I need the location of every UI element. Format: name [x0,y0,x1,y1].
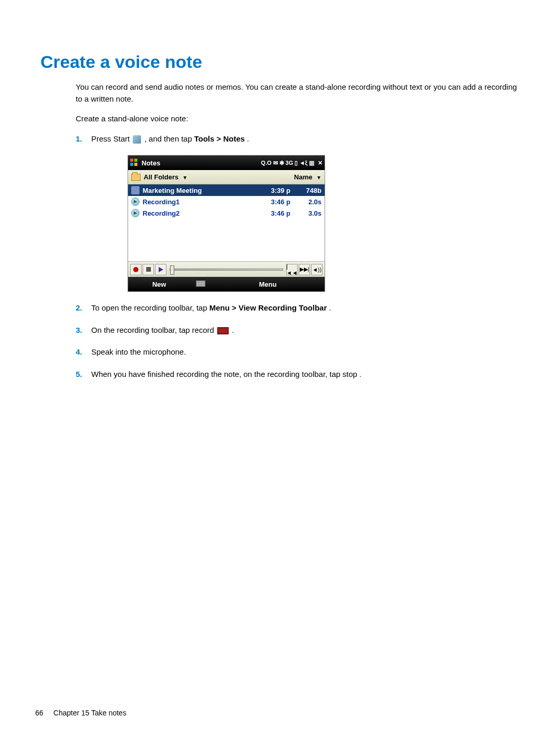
list-item[interactable]: Recording2 3:46 p 3.0s [128,207,325,219]
notes-list: Marketing Meeting 3:39 p 748b Recording1… [128,185,325,261]
step-3: 3. On the recording toolbar, tap record … [76,325,520,336]
stop-square-icon [146,267,151,272]
step-4: 4. Speak into the microphone. [76,346,520,358]
note-size: 3.0s [290,209,321,217]
notes-app-screenshot: Notes Q.O ✉ ✱ 3G ▯ ◄ξ ▥ ✕ All Folders ▼ [128,155,325,292]
step-number: 5. [76,369,91,381]
skip-prev-icon: |◄◄ [286,263,298,276]
chevron-down-icon: ▼ [183,175,188,180]
keyboard-icon [196,280,205,287]
message-icon[interactable]: ✉ [273,160,278,166]
text-frag: On the recording toolbar, tap record [91,326,216,334]
list-item[interactable]: Recording1 3:46 p 2.0s [128,196,325,207]
start-icon [133,135,141,144]
sort-dropdown[interactable]: Name ▼ [294,173,321,181]
volume-button[interactable]: ◄)) [311,264,323,275]
step-text: When you have finished recording the not… [91,369,520,381]
step-text: Press Start , and then tap Tools > Notes… [91,133,520,145]
qo-icon: Q.O [261,160,271,166]
step-5: 5. When you have finished recording the … [76,369,520,381]
note-time: 3:46 p [254,209,290,217]
playback-slider[interactable] [170,269,283,271]
record-button[interactable] [130,264,142,275]
text-frag: Press Start [91,134,132,143]
note-size: 2.0s [290,198,321,206]
bluetooth-icon[interactable]: ✱ [279,160,284,166]
step-text: To open the recording toolbar, tap Menu … [91,302,520,314]
signal-icon: ▯ [295,160,298,166]
menu-button[interactable]: Menu [211,280,325,288]
volume-icon: ◄)) [312,266,321,273]
page-number: 66 [35,709,44,717]
step-2: 2. To open the recording toolbar, tap Me… [76,302,520,314]
bottom-menubar: New Menu [128,277,325,291]
page-heading: Create a voice note [40,52,520,72]
step-number: 1. [76,133,91,145]
note-icon [131,186,139,194]
note-name: Recording2 [143,209,254,217]
chevron-down-icon: ▼ [316,175,321,180]
note-name: Recording1 [143,198,254,206]
step-number: 2. [76,302,91,314]
text-frag: To open the recording toolbar, tap [91,303,209,312]
bold-text: Tools > Notes [194,134,245,143]
chapter-label: Chapter 15 Take notes [53,709,127,717]
slider-thumb[interactable] [170,265,174,275]
prev-button[interactable]: |◄◄ [286,264,298,275]
step-1: 1. Press Start , and then tap Tools > No… [76,133,520,145]
step-number: 4. [76,346,91,358]
status-icons: Q.O ✉ ✱ 3G ▯ ◄ξ ▥ ✕ [261,160,323,166]
app-title: Notes [142,159,261,167]
note-time: 3:39 p [254,187,290,194]
page-footer: 66 Chapter 15 Take notes [35,709,127,717]
windows-flag-icon[interactable] [130,159,138,167]
intro-paragraph: You can record and send audio notes or m… [76,81,520,105]
step-text: Speak into the microphone. [91,346,520,358]
step-number: 3. [76,325,91,336]
audio-icon [131,209,139,217]
text-frag: . [329,303,331,312]
step-text: On the recording toolbar, tap record . [91,325,520,336]
keyboard-button[interactable] [190,280,211,288]
threeg-icon: 3G [286,160,293,166]
vibrate-icon[interactable]: ◄ξ [299,160,307,166]
stop-button[interactable] [143,264,154,275]
note-time: 3:46 p [254,198,290,206]
folder-sort-bar: All Folders ▼ Name ▼ [128,170,325,185]
record-icon [217,327,229,334]
skip-next-icon: ▶▶| [300,266,310,273]
bold-text: Menu > View Recording Toolbar [209,303,327,312]
next-button[interactable]: ▶▶| [299,264,310,275]
play-button[interactable] [155,264,166,275]
recording-toolbar: |◄◄ ▶▶| ◄)) [128,261,325,277]
folder-icon [131,174,141,181]
audio-icon [131,198,139,206]
play-triangle-icon [159,267,163,272]
note-size: 748b [290,187,321,194]
titlebar: Notes Q.O ✉ ✱ 3G ▯ ◄ξ ▥ ✕ [128,156,325,170]
subintro-paragraph: Create a stand-alone voice note: [76,113,520,125]
list-item[interactable]: Marketing Meeting 3:39 p 748b [128,185,325,196]
text-frag: . [232,326,234,334]
close-icon[interactable]: ✕ [318,160,323,166]
text-frag: . [247,134,249,143]
battery-icon[interactable]: ▥ [309,160,314,166]
folder-dropdown-label: All Folders [144,173,178,181]
new-button[interactable]: New [128,280,190,288]
record-dot-icon [133,267,138,272]
text-frag: , and then tap [145,134,194,143]
note-name: Marketing Meeting [143,187,254,194]
sort-dropdown-label: Name [294,173,312,181]
text-frag: When you have finished recording the not… [91,370,359,378]
text-frag: . [359,370,361,378]
folder-dropdown[interactable]: All Folders ▼ [144,173,294,181]
